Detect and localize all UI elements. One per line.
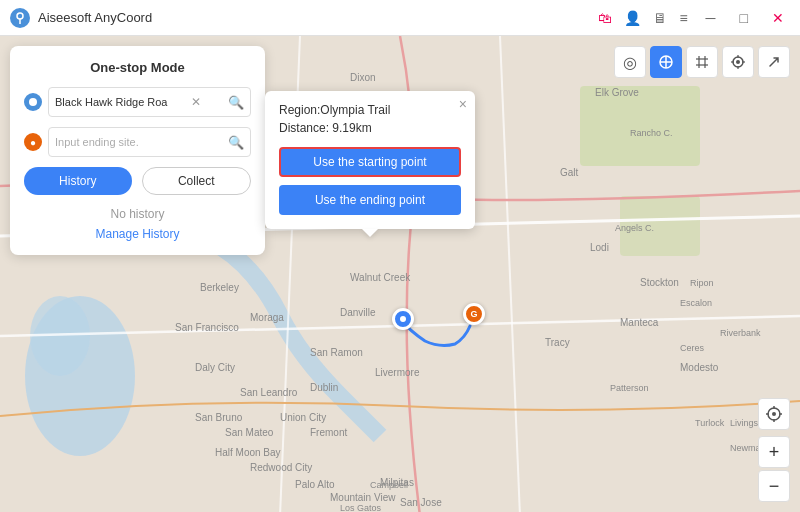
svg-text:San Mateo: San Mateo [225, 427, 274, 438]
titlebar: Aiseesoft AnyCoord 🛍 👤 🖥 ≡ ─ □ ✕ [0, 0, 800, 36]
svg-text:San Francisco: San Francisco [175, 322, 239, 333]
svg-text:Riverbank: Riverbank [720, 328, 761, 338]
svg-text:Dixon: Dixon [350, 72, 376, 83]
end-marker: G [463, 303, 485, 325]
svg-text:Walnut Creek: Walnut Creek [350, 272, 411, 283]
svg-text:Ripon: Ripon [690, 278, 714, 288]
svg-text:Rancho C.: Rancho C. [630, 128, 673, 138]
titlebar-left: Aiseesoft AnyCoord [10, 8, 152, 28]
svg-text:Lodi: Lodi [590, 242, 609, 253]
route-tool-button[interactable] [650, 46, 682, 78]
person-icon[interactable]: 👤 [624, 10, 641, 26]
left-panel: One-stop Mode Start Black Hawk Ridge Roa… [10, 46, 265, 255]
svg-text:Half Moon Bay: Half Moon Bay [215, 447, 281, 458]
grid-tool-button[interactable] [686, 46, 718, 78]
svg-point-69 [772, 412, 776, 416]
maximize-button[interactable]: □ [734, 0, 754, 36]
svg-text:Manteca: Manteca [620, 317, 659, 328]
svg-text:Stockton: Stockton [640, 277, 679, 288]
svg-text:Ceres: Ceres [680, 343, 705, 353]
end-placeholder: Input ending site. [55, 136, 139, 148]
collect-button[interactable]: Collect [142, 167, 252, 195]
svg-text:Patterson: Patterson [610, 383, 649, 393]
svg-text:Danville: Danville [340, 307, 376, 318]
start-marker [392, 308, 414, 330]
svg-text:Redwood City: Redwood City [250, 462, 312, 473]
svg-text:Galt: Galt [560, 167, 579, 178]
location-tool-button[interactable]: ◎ [614, 46, 646, 78]
end-input-row: ● Input ending site. 🔍 [24, 127, 251, 157]
zoom-in-button[interactable]: + [758, 436, 790, 468]
location-popup: × Region:Olympia Trail Distance: 9.19km … [265, 91, 475, 229]
app-title: Aiseesoft AnyCoord [38, 10, 152, 25]
export-tool-button[interactable] [758, 46, 790, 78]
svg-text:Los Gatos: Los Gatos [340, 503, 382, 512]
svg-text:Livermore: Livermore [375, 367, 420, 378]
titlebar-controls: 🛍 👤 🖥 ≡ ─ □ ✕ [598, 0, 790, 36]
end-icon: ● [24, 133, 42, 151]
use-end-point-button[interactable]: Use the ending point [279, 185, 461, 215]
svg-text:Campbell: Campbell [370, 480, 408, 490]
svg-text:San Bruno: San Bruno [195, 412, 243, 423]
svg-text:San Jose: San Jose [400, 497, 442, 508]
popup-distance: Distance: 9.19km [279, 121, 461, 135]
svg-text:Escalon: Escalon [680, 298, 712, 308]
history-button[interactable]: History [24, 167, 132, 195]
no-history-text: No history [24, 207, 251, 221]
svg-text:Moraga: Moraga [250, 312, 284, 323]
shop-icon[interactable]: 🛍 [598, 10, 612, 26]
start-clear-icon[interactable]: ✕ [191, 95, 201, 109]
svg-text:Angels C.: Angels C. [615, 223, 654, 233]
app-logo [10, 8, 30, 28]
menu-icon[interactable]: ≡ [679, 10, 687, 26]
svg-text:San Leandro: San Leandro [240, 387, 298, 398]
start-search-icon[interactable]: 🔍 [228, 95, 244, 110]
svg-text:Turlock: Turlock [695, 418, 725, 428]
map-container[interactable]: Santa Rosa Dixon Elk Grove Vacaville Nap… [0, 36, 800, 512]
popup-close-icon[interactable]: × [459, 97, 467, 111]
my-location-button[interactable] [758, 398, 790, 430]
svg-text:Palo Alto: Palo Alto [295, 479, 335, 490]
end-field[interactable]: Input ending site. 🔍 [48, 127, 251, 157]
panel-title: One-stop Mode [24, 60, 251, 75]
svg-text:San Ramon: San Ramon [310, 347, 363, 358]
map-tools-top-right: ◎ [614, 46, 790, 78]
svg-text:Tracy: Tracy [545, 337, 570, 348]
zoom-out-button[interactable]: − [758, 470, 790, 502]
start-field[interactable]: Start Black Hawk Ridge Roa ✕ 🔍 [48, 87, 251, 117]
start-input-row: Start Black Hawk Ridge Roa ✕ 🔍 [24, 87, 251, 117]
svg-text:Union City: Union City [280, 412, 326, 423]
svg-point-63 [736, 60, 740, 64]
map-tools-bottom-right: + − [758, 398, 790, 502]
start-value: Black Hawk Ridge Roa [55, 96, 168, 108]
use-start-point-button[interactable]: Use the starting point [279, 147, 461, 177]
manage-history-link[interactable]: Manage History [24, 227, 251, 241]
svg-text:Fremont: Fremont [310, 427, 347, 438]
monitor-icon[interactable]: 🖥 [653, 10, 667, 26]
svg-rect-6 [580, 86, 700, 166]
svg-text:Modesto: Modesto [680, 362, 719, 373]
svg-text:Mountain View: Mountain View [330, 492, 396, 503]
popup-region: Region:Olympia Trail [279, 103, 461, 117]
svg-text:Berkeley: Berkeley [200, 282, 239, 293]
minimize-button[interactable]: ─ [700, 0, 722, 36]
close-button[interactable]: ✕ [766, 0, 790, 36]
end-search-icon[interactable]: 🔍 [228, 135, 244, 150]
svg-text:Elk Grove: Elk Grove [595, 87, 639, 98]
target-tool-button[interactable] [722, 46, 754, 78]
start-icon [24, 93, 42, 111]
action-buttons: History Collect [24, 167, 251, 195]
svg-text:Dublin: Dublin [310, 382, 338, 393]
svg-text:Daly City: Daly City [195, 362, 235, 373]
